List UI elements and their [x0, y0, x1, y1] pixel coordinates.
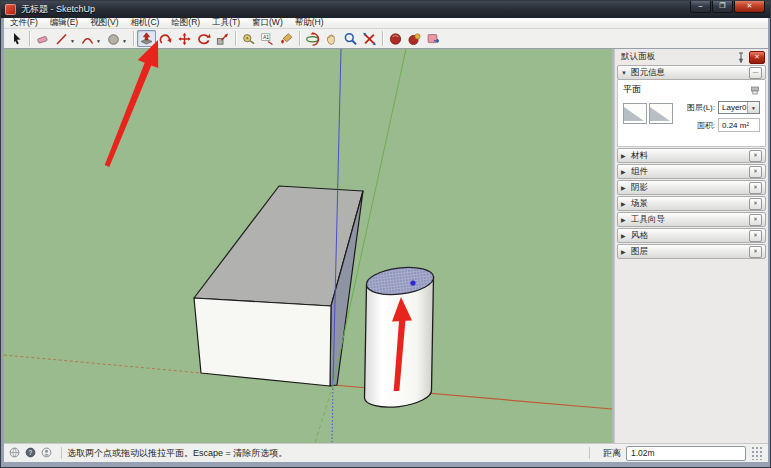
pushpull-icon	[139, 32, 154, 46]
section-instructor-close-icon[interactable]: ✕	[749, 214, 762, 226]
section-shadows[interactable]: ▶阴影✕	[617, 180, 766, 195]
measurement-input[interactable]: 1.02m	[626, 446, 746, 461]
scale-tool[interactable]	[213, 30, 232, 47]
share-model-tool[interactable]	[424, 30, 443, 47]
orbit-icon	[305, 32, 320, 46]
followme-icon	[158, 32, 173, 46]
entity-info-header: 图元信息	[631, 67, 749, 79]
viewport-canvas[interactable]	[4, 49, 612, 443]
menu-camera[interactable]: 相机(C)	[125, 17, 166, 29]
layer-label: 图层(L):	[679, 102, 715, 113]
section-shadows-close-icon[interactable]: ✕	[749, 182, 762, 194]
details-toggle-icon[interactable]	[750, 81, 760, 99]
close-button[interactable]: ✕	[734, 0, 765, 13]
window-title: 无标题 - SketchUp	[21, 3, 95, 16]
select-tool[interactable]	[7, 30, 26, 47]
toolbar-separator	[382, 31, 383, 46]
menu-edit[interactable]: 编辑(E)	[44, 17, 84, 29]
minimize-button[interactable]: –	[690, 0, 711, 13]
back-face-swatch[interactable]	[649, 103, 673, 124]
toolbar-separator	[133, 31, 134, 46]
move-tool[interactable]	[175, 30, 194, 47]
section-components-close-icon[interactable]: ✕	[749, 166, 762, 178]
sketchup-app-icon	[5, 4, 16, 15]
divider	[589, 447, 590, 459]
line-tool-dropdown[interactable]: ▼	[70, 38, 75, 44]
collapse-icon[interactable]: —	[749, 67, 762, 79]
rotate-tool[interactable]	[194, 30, 213, 47]
section-materials-label: 材料	[631, 150, 749, 162]
paint-bucket-tool[interactable]	[277, 30, 296, 47]
orbit-tool[interactable]	[303, 30, 322, 47]
wh1-icon	[388, 32, 403, 46]
resize-grip-icon[interactable]	[751, 446, 763, 460]
section-materials-close-icon[interactable]: ✕	[749, 150, 762, 162]
section-styles-close-icon[interactable]: ✕	[749, 230, 762, 242]
layer-value: Layer0	[722, 103, 747, 112]
area-label: 面积:	[679, 120, 715, 131]
section-instructor[interactable]: ▶工具向导✕	[617, 212, 766, 227]
section-scenes-label: 场景	[631, 198, 749, 210]
menu-window[interactable]: 窗口(W)	[246, 17, 289, 29]
section-scenes[interactable]: ▶场景✕	[617, 196, 766, 211]
chevron-right-icon: ▶	[621, 216, 628, 223]
menu-view[interactable]: 视图(V)	[84, 17, 124, 29]
maximize-button[interactable]: ❐	[712, 0, 733, 13]
face-swatches	[623, 101, 673, 136]
arc-tool[interactable]	[78, 30, 97, 47]
tape-icon	[241, 32, 256, 46]
line-tool[interactable]	[52, 30, 71, 47]
menu-file[interactable]: 文件(F)	[4, 17, 44, 29]
chevron-right-icon: ▶	[621, 152, 628, 159]
pan-icon	[324, 32, 339, 46]
arc-icon	[80, 32, 95, 46]
menu-help[interactable]: 帮助(H)	[289, 17, 330, 29]
zoom-tool[interactable]	[341, 30, 360, 47]
chevron-right-icon: ▶	[621, 232, 628, 239]
pin-icon[interactable]	[736, 52, 746, 63]
section-layers-close-icon[interactable]: ✕	[749, 246, 762, 258]
entity-info-body: 平面 图层(L): Layer0 ▼	[617, 80, 766, 147]
section-layers-label: 图层	[631, 246, 749, 258]
circle-tool-dropdown[interactable]: ▼	[122, 38, 127, 44]
panel-close-icon[interactable]: ✕	[749, 51, 765, 64]
push-pull-tool[interactable]	[137, 30, 156, 47]
divider	[61, 447, 62, 459]
layer-dropdown[interactable]: Layer0 ▼	[718, 101, 760, 114]
wh2-icon	[407, 32, 422, 46]
zoomext-icon	[362, 32, 377, 46]
measurement-label: 距离	[603, 447, 621, 460]
section-styles[interactable]: ▶风格✕	[617, 228, 766, 243]
pan-tool[interactable]	[322, 30, 341, 47]
status-icons: ?	[9, 447, 52, 460]
section-scenes-close-icon[interactable]: ✕	[749, 198, 762, 210]
circle-icon	[106, 32, 121, 46]
section-entity-info[interactable]: ▼ 图元信息 —	[617, 65, 766, 80]
tape-measure-tool[interactable]	[239, 30, 258, 47]
section-components[interactable]: ▶组件✕	[617, 164, 766, 179]
dimension-tool[interactable]: A1	[258, 30, 277, 47]
signin-icon[interactable]	[41, 447, 52, 460]
front-face-swatch[interactable]	[623, 103, 647, 124]
menu-tools[interactable]: 工具(T)	[206, 17, 246, 29]
section-shadows-label: 阴影	[631, 182, 749, 194]
section-materials[interactable]: ▶材料✕	[617, 148, 766, 163]
chevron-down-icon[interactable]: ▼	[747, 102, 759, 113]
follow-me-tool[interactable]	[156, 30, 175, 47]
viewport[interactable]	[4, 49, 612, 443]
paint-icon	[279, 32, 294, 46]
arc-tool-dropdown[interactable]: ▼	[96, 38, 101, 44]
svg-text:?: ?	[28, 448, 32, 455]
credits-icon[interactable]: ?	[25, 447, 36, 460]
box-front-face[interactable]	[194, 298, 331, 386]
section-layers[interactable]: ▶图层✕	[617, 244, 766, 259]
zoom-extents-tool[interactable]	[360, 30, 379, 47]
eraser-tool[interactable]	[33, 30, 52, 47]
circle-tool[interactable]	[104, 30, 123, 47]
geolocation-icon[interactable]	[9, 447, 20, 460]
line-icon	[54, 32, 69, 46]
menu-draw[interactable]: 绘图(R)	[165, 17, 206, 29]
model-library-tool-2[interactable]	[405, 30, 424, 47]
chevron-right-icon: ▶	[621, 168, 628, 175]
model-library-tool-1[interactable]	[386, 30, 405, 47]
